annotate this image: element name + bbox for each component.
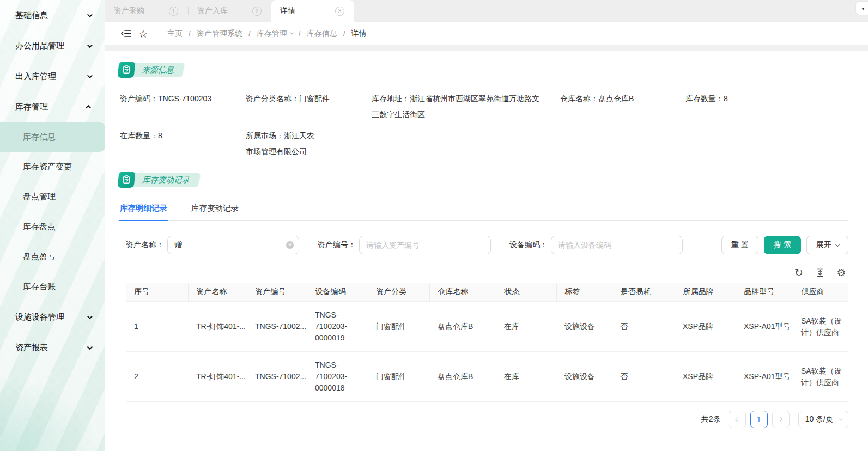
sidebar-subitem-inventory-ledger[interactable]: 库存台账	[0, 272, 105, 302]
column-header: 所属品牌	[675, 283, 736, 302]
table-cell: 2	[126, 352, 188, 402]
tab-label: 详情	[280, 6, 295, 16]
table-cell: 1	[126, 302, 188, 352]
sidebar-subitem-label: 库存资产变更	[23, 162, 72, 172]
breadcrumb-separator: /	[189, 29, 191, 38]
sidebar-subitem-inventory-stocktake[interactable]: 库存盘点	[0, 212, 105, 242]
tab-inventory-detail-record[interactable]: 库存明细记录	[119, 198, 168, 220]
sidebar-item-office-supplies[interactable]: 办公用品管理	[0, 31, 105, 61]
page-size-select[interactable]: 10 条/页	[798, 411, 848, 428]
table-cell: 盘点仓库B	[429, 352, 496, 402]
field-warehouse-name: 仓库名称：盘点仓库B	[560, 90, 685, 127]
tab-detail[interactable]: 详情 3	[271, 0, 354, 22]
column-header: 设备编码	[307, 283, 368, 302]
tab-inventory-change-record[interactable]: 库存变动记录	[190, 198, 240, 220]
sidebar-subitem-label: 库存台账	[23, 282, 56, 292]
breadcrumb-inventory-info[interactable]: 库存信息	[307, 29, 337, 39]
clipboard-pen-icon	[117, 62, 135, 78]
record-tabs: 库存明细记录 库存变动记录	[118, 198, 848, 221]
table-cell: TR-灯饰401-...	[188, 302, 247, 352]
main-area: 资产采购 1 资产入库 2 详情 3 ▾	[105, 0, 868, 451]
device-code-input[interactable]	[551, 236, 683, 254]
field-asset-category: 资产分类名称：门窗配件	[246, 90, 372, 127]
sidebar-item-asset-reports[interactable]: 资产报表	[0, 332, 105, 363]
expand-button[interactable]: 展开	[806, 236, 848, 254]
inventory-detail-table: 序号资产名称资产编号设备编码资产分类仓库名称状态标签是否易耗所属品牌品牌型号供应…	[126, 283, 848, 402]
chevron-down-icon	[87, 73, 93, 78]
breadcrumb-inventory-management[interactable]: 库存管理	[257, 29, 293, 39]
tab-asset-inbound[interactable]: 资产入库 2	[189, 0, 271, 22]
table-cell: SA软装（设计）供应商	[793, 352, 848, 402]
reset-button[interactable]: 重 置	[721, 236, 758, 254]
column-header: 供应商	[793, 283, 848, 302]
menu-fold-icon[interactable]	[119, 27, 132, 40]
chevron-up-icon	[86, 105, 91, 110]
column-header: 标签	[556, 283, 612, 302]
sidebar-subitem-inventory-asset-change[interactable]: 库存资产变更	[0, 152, 105, 182]
column-header: 资产名称	[188, 283, 247, 302]
refresh-icon[interactable]: ↻	[793, 266, 805, 278]
app-root: 基础信息 办公用品管理 出入库管理 库存管理 库存信息 库存资产变更 盘点管理 …	[0, 0, 868, 451]
filter-asset-name: 资产名称： ✕	[126, 236, 299, 254]
breadcrumb-asset-system[interactable]: 资产管理系统	[197, 29, 242, 39]
table-cell: TNGS-71002...	[247, 302, 307, 352]
filter-label: 资产名称：	[126, 240, 164, 250]
table-cell: SA软装（设计）供应商	[793, 302, 848, 352]
table-row: 1TR-灯饰401-...TNGS-71002...TNGS-7100203-0…	[126, 302, 848, 352]
table-cell: 盘点仓库B	[429, 302, 496, 352]
table-cell: 否	[612, 352, 675, 402]
sidebar-item-label: 资产报表	[15, 343, 48, 353]
column-header: 品牌型号	[736, 283, 793, 302]
tab-step-number: 2	[252, 7, 262, 16]
table-cell: 设施设备	[556, 302, 612, 352]
asset-name-input[interactable]	[167, 236, 299, 254]
column-header: 状态	[496, 283, 556, 302]
sidebar-item-basic-info[interactable]: 基础信息	[0, 0, 105, 31]
sidebar-subitem-inventory-info[interactable]: 库存信息	[0, 122, 105, 152]
breadcrumb-home[interactable]: 主页	[167, 29, 183, 39]
next-page-button[interactable]	[772, 411, 790, 428]
sidebar-item-label: 办公用品管理	[15, 41, 64, 51]
table-cell: TR-灯饰401-...	[188, 352, 247, 402]
search-button[interactable]: 搜 索	[764, 236, 801, 254]
filter-label: 资产编号：	[318, 240, 356, 250]
sidebar: 基础信息 办公用品管理 出入库管理 库存管理 库存信息 库存资产变更 盘点管理 …	[0, 0, 105, 451]
favorite-star-icon[interactable]: ☆	[137, 27, 150, 40]
sidebar-item-facility-equipment[interactable]: 设施设备管理	[0, 302, 105, 332]
prev-page-button[interactable]	[729, 411, 746, 428]
filter-row: 资产名称： ✕ 资产编号： 设备编码：	[126, 236, 848, 254]
chevron-down-icon	[835, 242, 840, 246]
tab-step-number: 3	[335, 7, 344, 16]
column-header: 序号	[126, 283, 188, 302]
table-cell: TNGS-7100203-0000018	[307, 352, 368, 402]
sidebar-subitem-label: 库存信息	[23, 132, 56, 142]
tab-label: 资产入库	[197, 6, 228, 16]
page-gap	[105, 45, 868, 51]
asset-code-input[interactable]	[359, 236, 491, 254]
filter-device-code: 设备编码：	[509, 236, 683, 254]
sidebar-subitem-stocktake-management[interactable]: 盘点管理	[0, 182, 105, 212]
tab-asset-purchase[interactable]: 资产采购 1	[105, 0, 188, 22]
table-cell: 设施设备	[556, 352, 612, 402]
column-header: 仓库名称	[429, 283, 496, 302]
table-cell: XSP品牌	[675, 352, 736, 402]
sidebar-item-inventory-management[interactable]: 库存管理	[0, 92, 105, 122]
table-cell: 在库	[496, 302, 556, 352]
sidebar-subitem-stocktake-profit-loss[interactable]: 盘点盈亏	[0, 242, 105, 272]
source-info-section-header: 来源信息	[118, 62, 848, 78]
table-cell: 门窗配件	[368, 302, 429, 352]
chevron-left-icon	[735, 417, 739, 422]
sidebar-subitem-label: 库存盘点	[23, 222, 56, 232]
chevron-down-icon	[87, 344, 93, 350]
sidebar-item-in-out-warehouse[interactable]: 出入库管理	[0, 61, 105, 92]
sidebar-item-label: 库存管理	[15, 102, 48, 112]
column-header: 是否易耗	[612, 283, 675, 302]
row-height-icon[interactable]	[814, 266, 826, 278]
tab-options-button[interactable]: ▾	[856, 2, 868, 15]
field-market: 所属市场：浙江天农市场管理有限公司	[246, 127, 372, 164]
column-header: 资产分类	[368, 283, 429, 302]
page-number-button[interactable]: 1	[750, 411, 768, 428]
settings-gear-icon[interactable]: ⚙	[835, 266, 847, 278]
clear-input-icon[interactable]: ✕	[286, 241, 294, 249]
clipboard-pen-icon	[117, 172, 135, 188]
